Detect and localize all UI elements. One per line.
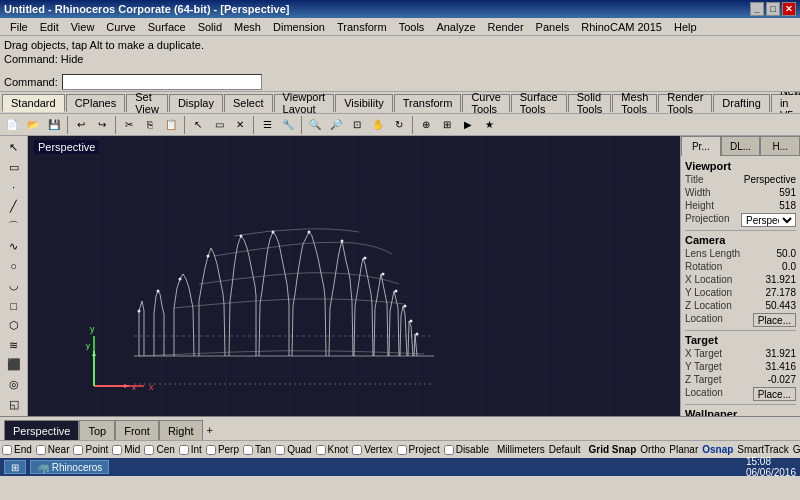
status-check-cen[interactable] [144, 445, 154, 455]
tool-polyline[interactable]: ⌒ [3, 217, 25, 236]
prop-btn-cam-place[interactable]: Place... [753, 313, 796, 327]
menu-file[interactable]: File [4, 20, 34, 34]
tool-plane[interactable]: ◱ [3, 395, 25, 414]
taskbar-start[interactable]: ⊞ [4, 460, 26, 474]
toolbar-rotate[interactable]: ↻ [389, 116, 409, 134]
tab-select[interactable]: Select [224, 94, 273, 112]
tool-extrude[interactable]: ⬛ [3, 356, 25, 375]
menu-edit[interactable]: Edit [34, 20, 65, 34]
tab-cplanes[interactable]: CPlanes [66, 94, 126, 112]
toolbar-render-preview[interactable]: ▶ [458, 116, 478, 134]
status-check-disable[interactable] [444, 445, 454, 455]
viewport[interactable]: Perspective [28, 136, 680, 416]
menu-solid[interactable]: Solid [192, 20, 228, 34]
prop-tab-display[interactable]: DL... [721, 136, 761, 156]
vp-tab-add[interactable]: + [203, 420, 217, 440]
status-smarttrack[interactable]: SmartTrack [737, 444, 788, 455]
status-osnap[interactable]: Osnap [702, 444, 733, 455]
status-check-end[interactable] [2, 445, 12, 455]
prop-select-projection[interactable]: Perspective Parallel [741, 213, 796, 227]
tool-window-select[interactable]: ▭ [3, 158, 25, 177]
tool-rect[interactable]: □ [3, 296, 25, 315]
menu-tools[interactable]: Tools [393, 20, 431, 34]
tool-select-objects[interactable]: ↖ [3, 138, 25, 157]
menu-render[interactable]: Render [482, 20, 530, 34]
toolbar-cut[interactable]: ✂ [119, 116, 139, 134]
toolbar-paste[interactable]: 📋 [161, 116, 181, 134]
status-gridsnap[interactable]: Grid Snap [589, 444, 637, 455]
tab-render-tools[interactable]: Render Tools [658, 94, 712, 112]
menu-view[interactable]: View [65, 20, 101, 34]
status-check-mid[interactable] [112, 445, 122, 455]
toolbar-zoom-out[interactable]: 🔎 [326, 116, 346, 134]
tab-surface-tools[interactable]: Surface Tools [511, 94, 567, 112]
toolbar-redo[interactable]: ↪ [92, 116, 112, 134]
toolbar-props[interactable]: 🔧 [278, 116, 298, 134]
status-check-tan[interactable] [243, 445, 253, 455]
menu-mesh[interactable]: Mesh [228, 20, 267, 34]
toolbar-window-sel[interactable]: ▭ [209, 116, 229, 134]
tab-mesh-tools[interactable]: Mesh Tools [612, 94, 657, 112]
tab-display[interactable]: Display [169, 94, 223, 112]
tab-transform[interactable]: Transform [394, 94, 462, 112]
maximize-button[interactable]: □ [766, 2, 780, 16]
status-check-perp[interactable] [206, 445, 216, 455]
status-check-int[interactable] [179, 445, 189, 455]
menu-transform[interactable]: Transform [331, 20, 393, 34]
menu-panels[interactable]: Panels [530, 20, 576, 34]
toolbar-deselect[interactable]: ✕ [230, 116, 250, 134]
toolbar-open[interactable]: 📂 [23, 116, 43, 134]
tab-standard[interactable]: Standard [2, 94, 65, 112]
menu-analyze[interactable]: Analyze [430, 20, 481, 34]
prop-tab-help[interactable]: H... [760, 136, 800, 156]
tab-solid-tools[interactable]: Solid Tools [568, 94, 612, 112]
toolbar-render[interactable]: ★ [479, 116, 499, 134]
status-gumball[interactable]: Gumball [793, 444, 800, 455]
tab-curve-tools[interactable]: Curve Tools [462, 94, 509, 112]
toolbar-grid[interactable]: ⊞ [437, 116, 457, 134]
command-input[interactable] [62, 74, 262, 90]
status-check-knot[interactable] [316, 445, 326, 455]
minimize-button[interactable]: _ [750, 2, 764, 16]
toolbar-zoom-ext[interactable]: ⊡ [347, 116, 367, 134]
vp-tab-front[interactable]: Front [115, 420, 159, 440]
tool-revolve[interactable]: ◎ [3, 375, 25, 394]
tool-freeform[interactable]: ≋ [3, 336, 25, 355]
tab-visibility[interactable]: Visibility [335, 94, 393, 112]
tool-circle[interactable]: ○ [3, 257, 25, 276]
tool-point[interactable]: · [3, 178, 25, 197]
status-check-project[interactable] [397, 445, 407, 455]
toolbar-select[interactable]: ↖ [188, 116, 208, 134]
status-check-near[interactable] [36, 445, 46, 455]
taskbar-rhino[interactable]: 🦏 Rhinoceros [30, 460, 109, 474]
status-check-quad[interactable] [275, 445, 285, 455]
status-planar[interactable]: Planar [669, 444, 698, 455]
menu-curve[interactable]: Curve [100, 20, 141, 34]
status-check-vertex[interactable] [352, 445, 362, 455]
toolbar-zoom-in[interactable]: 🔍 [305, 116, 325, 134]
prop-btn-tgt-place[interactable]: Place... [753, 387, 796, 401]
toolbar-snap[interactable]: ⊕ [416, 116, 436, 134]
close-button[interactable]: ✕ [782, 2, 796, 16]
toolbar-copy[interactable]: ⎘ [140, 116, 160, 134]
vp-tab-perspective[interactable]: Perspective [4, 420, 79, 440]
tab-drafting[interactable]: Drafting [713, 94, 770, 112]
tool-line[interactable]: ╱ [3, 197, 25, 216]
toolbar-save[interactable]: 💾 [44, 116, 64, 134]
vp-tab-top[interactable]: Top [79, 420, 115, 440]
menu-rhinocam[interactable]: RhinoCAM 2015 [575, 20, 668, 34]
status-check-point[interactable] [73, 445, 83, 455]
tab-viewport-layout[interactable]: Viewport Layout [274, 94, 335, 112]
prop-tab-properties[interactable]: Pr... [681, 136, 721, 156]
toolbar-pan[interactable]: ✋ [368, 116, 388, 134]
menu-surface[interactable]: Surface [142, 20, 192, 34]
vp-tab-right[interactable]: Right [159, 420, 203, 440]
status-ortho[interactable]: Ortho [640, 444, 665, 455]
menu-dimension[interactable]: Dimension [267, 20, 331, 34]
tool-polygon[interactable]: ⬡ [3, 316, 25, 335]
menu-help[interactable]: Help [668, 20, 703, 34]
toolbar-undo[interactable]: ↩ [71, 116, 91, 134]
toolbar-new[interactable]: 📄 [2, 116, 22, 134]
tool-arc[interactable]: ◡ [3, 276, 25, 295]
toolbar-layer[interactable]: ☰ [257, 116, 277, 134]
